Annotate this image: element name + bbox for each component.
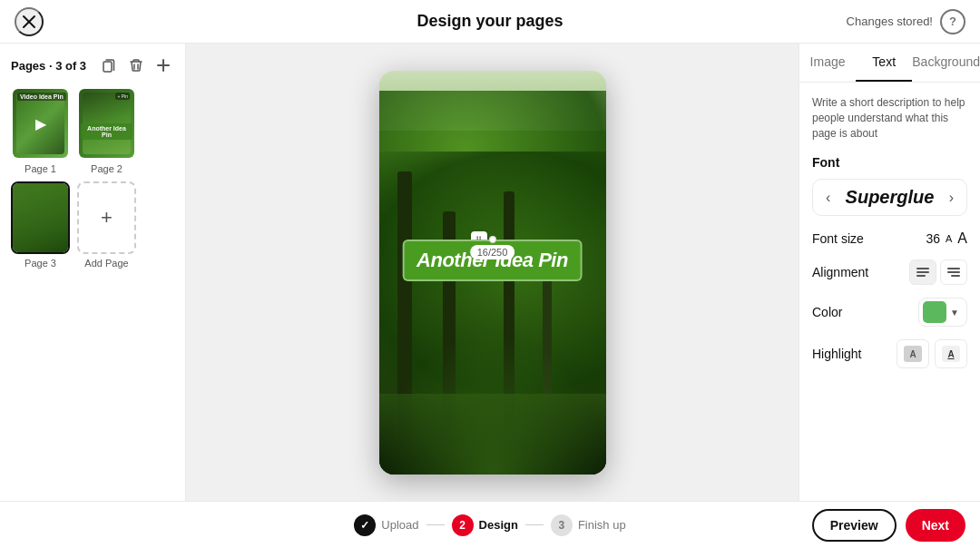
page-thumbnails: Video Idea Pin ▶ Page 1 Another Idea Pin… (11, 87, 174, 269)
right-panel: Image Text Background Write a short desc… (799, 44, 980, 501)
font-next-button[interactable]: › (944, 188, 959, 208)
color-swatch (923, 301, 946, 323)
page-3-label: Page 3 (24, 258, 56, 269)
align-right-button[interactable] (940, 259, 967, 285)
highlight-row: Highlight A A (812, 339, 967, 368)
highlight-icon-2: A (942, 346, 960, 362)
duplicate-page-button[interactable] (98, 54, 120, 76)
page-thumbnail-3[interactable]: Page 3 (11, 181, 70, 269)
step-design: 2 Design (452, 514, 518, 536)
step-divider-1 (426, 524, 445, 525)
step-3-label: Finish up (578, 518, 626, 532)
alignment-label: Alignment (812, 265, 868, 279)
svg-rect-2 (103, 62, 112, 72)
font-label: Font (812, 155, 967, 170)
sidebar-title: Pages · 3 of 3 (11, 59, 86, 73)
next-button[interactable]: Next (906, 509, 965, 542)
tab-text[interactable]: Text (856, 44, 912, 82)
page-2-label: Page 2 (91, 163, 122, 174)
line-3 (916, 275, 926, 277)
color-label: Color (812, 305, 842, 319)
page-1-thumb-image: Video Idea Pin ▶ (11, 87, 70, 160)
sidebar-actions (98, 54, 174, 76)
close-button[interactable] (15, 7, 44, 36)
moss-layer (379, 333, 606, 475)
alignment-buttons (909, 259, 967, 285)
description-text: Write a short description to help people… (812, 95, 967, 141)
line-2 (916, 271, 929, 273)
resize-handle-br[interactable] (489, 236, 496, 243)
font-name-display: Superglue (836, 187, 943, 208)
highlight-text-2: A (947, 349, 954, 359)
line-2 (947, 271, 960, 273)
page-1-label: Page 1 (24, 163, 56, 174)
add-page-item[interactable]: + Add Page (77, 181, 136, 269)
highlight-option-1[interactable]: A (897, 339, 929, 368)
char-count-badge: 16/250 (470, 245, 515, 259)
panel-tabs: Image Text Background (799, 44, 980, 83)
bottom-bar: ✓ Upload 2 Design 3 Finish up Preview Ne… (0, 501, 980, 548)
app-header: Design your pages Changes stored! ? (0, 0, 980, 44)
preview-button[interactable]: Preview (812, 509, 897, 542)
step-2-label: Design (479, 518, 518, 532)
line-3 (951, 275, 960, 277)
page-2-visual: Another Idea Pin + Pin (79, 89, 134, 158)
page-thumbnail-1[interactable]: Video Idea Pin ▶ Page 1 (11, 87, 70, 174)
step-3-number: 3 (551, 514, 573, 536)
tab-background[interactable]: Background (912, 44, 980, 82)
highlight-text-1: A (909, 349, 916, 359)
font-size-label: Font size (812, 231, 864, 246)
changes-stored-label: Changes stored! (847, 15, 933, 28)
page-3-visual (13, 183, 68, 252)
highlight-option-2[interactable]: A (935, 339, 967, 368)
tab-image[interactable]: Image (799, 44, 856, 82)
canvas-card: ⠿ Another Idea Pin 16/250 (379, 71, 606, 475)
add-page-button[interactable]: + (77, 181, 136, 254)
page-title: Design your pages (416, 12, 563, 31)
color-picker-button[interactable]: ▼ (918, 298, 967, 327)
font-size-large-icon: A (957, 230, 967, 247)
page-2-text: Another Idea Pin (81, 123, 132, 140)
highlight-buttons: A A (897, 339, 967, 368)
page-thumbnail-2[interactable]: Another Idea Pin + Pin Page 2 (77, 87, 136, 174)
chevron-down-icon: ▼ (950, 308, 959, 318)
page-1-visual: Video Idea Pin ▶ (13, 89, 68, 158)
step-2-number: 2 (452, 514, 474, 536)
steps-indicator: ✓ Upload 2 Design 3 Finish up (354, 514, 625, 536)
line-1 (916, 268, 929, 269)
add-page-label: Add Page (84, 258, 128, 269)
design-canvas[interactable]: ⠿ Another Idea Pin 16/250 (186, 44, 799, 501)
step-1-label: Upload (381, 518, 418, 532)
panel-body: Write a short description to help people… (799, 83, 980, 501)
align-right-icon (947, 268, 960, 277)
bottom-actions: Preview Next (812, 509, 965, 542)
color-row: Color ▼ (812, 298, 967, 327)
align-left-icon (916, 268, 929, 277)
font-prev-button[interactable]: ‹ (820, 188, 836, 208)
font-size-small-icon: A (946, 233, 952, 244)
main-layout: Pages · 3 of 3 (0, 44, 980, 501)
step-upload: ✓ Upload (354, 514, 418, 536)
help-button[interactable]: ? (940, 9, 965, 34)
step-divider-2 (525, 524, 544, 525)
highlight-icon-1: A (904, 346, 922, 362)
align-left-button[interactable] (909, 259, 936, 285)
alignment-row: Alignment (812, 259, 967, 285)
sidebar-header: Pages · 3 of 3 (11, 54, 174, 76)
step-1-number: ✓ (354, 514, 376, 536)
highlight-label: Highlight (812, 347, 861, 361)
font-size-row: Font size 36 A A (812, 230, 967, 247)
delete-page-button[interactable] (125, 54, 147, 76)
line-1 (947, 268, 960, 269)
page-2-thumb-image: Another Idea Pin + Pin (77, 87, 136, 160)
font-size-number: 36 (926, 231, 940, 246)
header-right: Changes stored! ? (847, 9, 965, 34)
page-3-thumb-image (11, 181, 70, 254)
pages-sidebar: Pages · 3 of 3 (0, 44, 186, 501)
step-finish: 3 Finish up (551, 514, 626, 536)
font-size-value: 36 A A (926, 230, 967, 247)
font-selector[interactable]: ‹ Superglue › (812, 179, 967, 216)
add-page-icon-button[interactable] (152, 54, 174, 76)
